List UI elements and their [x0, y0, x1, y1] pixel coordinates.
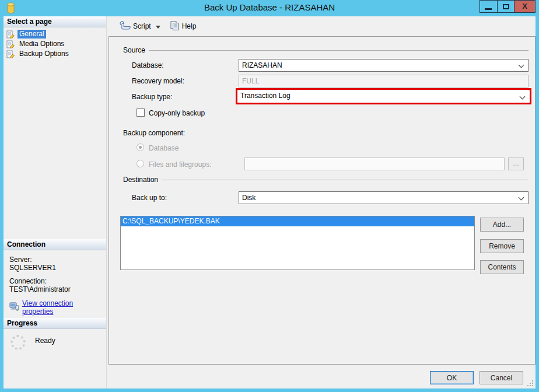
- server-label: Server:: [9, 256, 100, 264]
- destination-group-label: Destination: [123, 176, 158, 184]
- database-select-value: RIZASAHAN: [242, 61, 282, 69]
- backup-type-highlight: Transaction Log: [236, 88, 531, 104]
- toolbar: Script Help: [108, 16, 536, 36]
- back-up-to-select-value: Disk: [242, 194, 256, 202]
- database-select[interactable]: RIZASAHAN: [239, 59, 528, 72]
- script-button[interactable]: Script: [117, 19, 167, 33]
- add-button[interactable]: Add...: [480, 218, 524, 232]
- select-a-page-header: Select a page: [4, 16, 106, 27]
- progress-header: Progress: [4, 318, 106, 329]
- script-icon: [119, 20, 133, 32]
- backup-component-label: Backup component:: [123, 129, 185, 137]
- connection-value: TEST\Administrator: [9, 285, 100, 293]
- chevron-down-icon: [519, 62, 524, 68]
- recovery-model-field: FULL: [239, 75, 528, 88]
- sidebar-item-media-options[interactable]: Media Options: [5, 39, 105, 49]
- minimize-icon: [485, 8, 492, 10]
- browse-button: ...: [508, 158, 524, 170]
- component-files-radio: [136, 160, 144, 167]
- close-button[interactable]: X: [514, 0, 536, 13]
- copy-only-backup-checkbox[interactable]: [136, 108, 145, 117]
- client-area: Select a page General: [4, 16, 536, 388]
- progress-status: Ready: [35, 337, 55, 345]
- backup-database-window: Back Up Database - RIZASAHAN X Select a …: [0, 0, 539, 392]
- contents-button[interactable]: Contents: [480, 260, 524, 274]
- cancel-button[interactable]: Cancel: [480, 371, 523, 384]
- server-value: SQLSERVER1: [9, 264, 100, 272]
- destination-group-header: Destination: [123, 176, 528, 184]
- remove-button[interactable]: Remove: [480, 239, 524, 253]
- connection-section: Connection Server: SQLSERVER1 Connection…: [4, 239, 106, 316]
- source-group-label: Source: [123, 46, 145, 54]
- chevron-down-icon[interactable]: [156, 26, 160, 29]
- progress-section: Progress Ready: [4, 318, 106, 350]
- connection-label: Connection:: [9, 277, 100, 285]
- group-divider: [149, 50, 528, 51]
- component-database-label: Database: [149, 144, 178, 152]
- sidebar-item-label: General: [18, 30, 46, 38]
- backup-type-select-value: Transaction Log: [240, 92, 290, 100]
- chevron-down-icon: [519, 195, 524, 201]
- page-list: General Media Options: [4, 27, 106, 61]
- window-controls: X: [480, 0, 536, 13]
- maximize-button[interactable]: [497, 0, 514, 13]
- window-title: Back Up Database - RIZASAHAN: [0, 0, 539, 16]
- sidebar: Select a page General: [4, 16, 107, 388]
- titlebar: Back Up Database - RIZASAHAN X: [0, 0, 539, 16]
- main-panel: Source Database: RIZASAHAN Recovery mode…: [108, 36, 536, 365]
- footer: OK Cancel: [108, 365, 536, 388]
- component-database-radio: [136, 144, 144, 151]
- page-icon: [6, 30, 16, 38]
- page-icon: [6, 50, 16, 58]
- back-up-to-select[interactable]: Disk: [239, 191, 528, 204]
- copy-only-backup-label: Copy-only backup: [149, 109, 205, 117]
- ok-button[interactable]: OK: [430, 371, 474, 384]
- source-group-header: Source: [123, 46, 528, 54]
- minimize-button[interactable]: [480, 0, 497, 13]
- page-icon: [6, 40, 16, 48]
- view-connection-properties-link[interactable]: View connection properties: [22, 299, 100, 316]
- progress-spinner-icon: [10, 335, 26, 350]
- sidebar-item-label: Media Options: [18, 40, 66, 48]
- help-button[interactable]: Help: [167, 19, 199, 33]
- list-item[interactable]: C:\SQL_BACKUP\YEDEK.BAK: [121, 216, 474, 226]
- group-divider: [162, 180, 528, 180]
- recovery-model-label: Recovery model:: [132, 77, 184, 85]
- connection-header: Connection: [4, 239, 106, 250]
- destination-file-list[interactable]: C:\SQL_BACKUP\YEDEK.BAK: [120, 216, 475, 270]
- maximize-icon: [503, 4, 509, 9]
- backup-type-select[interactable]: Transaction Log: [237, 90, 530, 103]
- component-files-label: Files and filegroups:: [149, 160, 211, 169]
- backup-type-label: Backup type:: [132, 93, 172, 101]
- sidebar-item-backup-options[interactable]: Backup Options: [5, 49, 105, 59]
- back-up-to-label: Back up to:: [132, 194, 167, 202]
- script-label: Script: [133, 22, 151, 30]
- chevron-down-icon: [520, 94, 526, 100]
- help-icon: [170, 20, 182, 32]
- sidebar-item-general[interactable]: General: [5, 29, 105, 39]
- sidebar-item-label: Backup Options: [18, 50, 71, 58]
- help-label: Help: [182, 22, 197, 30]
- connection-properties-icon: [9, 302, 19, 313]
- database-label: Database:: [132, 61, 164, 69]
- files-filegroups-field: [244, 158, 505, 170]
- resize-grip[interactable]: [527, 380, 533, 386]
- recovery-model-value: FULL: [242, 77, 259, 85]
